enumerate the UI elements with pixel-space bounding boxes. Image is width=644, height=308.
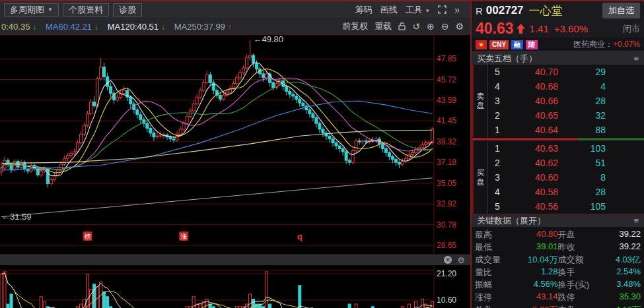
- svg-text:21.20: 21.20: [437, 269, 456, 278]
- chevron-down-icon: ▼: [48, 7, 53, 13]
- volume-chart-svg: 21.2010.60: [0, 265, 470, 308]
- order-book-row[interactable]: 540.7029: [488, 65, 644, 79]
- level: 4: [488, 187, 507, 197]
- reload-button[interactable]: 重载: [375, 20, 392, 32]
- svg-text:涨: 涨: [180, 233, 187, 240]
- diagnose-button[interactable]: 诊股: [113, 3, 142, 16]
- subpane-settings-gear-icon[interactable]: ⚙: [457, 255, 465, 265]
- key-data-label: 成交量: [475, 254, 501, 266]
- period-dropdown[interactable]: 多周期图 ▼: [4, 3, 59, 16]
- volume: 28: [558, 187, 606, 197]
- zoom-out-icon[interactable]: ⊖: [441, 22, 449, 31]
- last-price: 40.63: [476, 20, 514, 38]
- order-book-row[interactable]: 340.6628: [488, 94, 644, 108]
- market-flag: R: [476, 5, 483, 16]
- price: 40.58: [507, 187, 558, 197]
- order-book-row[interactable]: 140.6488: [488, 123, 644, 137]
- volume: 4: [558, 81, 606, 92]
- price: 40.68: [507, 81, 558, 92]
- add-watchlist-button[interactable]: 加自选: [602, 3, 640, 18]
- ma-value-label: MA120:40.51 ↓: [108, 22, 165, 32]
- volume: 88: [558, 125, 606, 135]
- close-subpane-icon[interactable]: ✕: [444, 256, 452, 264]
- order-book-row[interactable]: 340.608: [488, 170, 644, 185]
- key-data-label: 成交额: [558, 254, 584, 266]
- key-data-value: 2.54%: [616, 266, 641, 278]
- order-book-row[interactable]: 140.63103: [488, 141, 644, 156]
- key-data-value: 35.30: [619, 292, 641, 303]
- chips-button[interactable]: 筹码: [355, 4, 373, 16]
- level: 2: [488, 110, 507, 121]
- hamburger-menu-icon[interactable]: ≡: [633, 216, 639, 226]
- tools-dropdown[interactable]: 工具 ▼: [406, 4, 431, 16]
- volume: 51: [558, 158, 606, 168]
- industry-change: +0.07%: [613, 40, 640, 49]
- order-book-row[interactable]: 240.6251: [488, 156, 644, 170]
- buy-side-label: 买盘: [472, 141, 488, 214]
- svg-text:32.92: 32.92: [437, 199, 456, 208]
- draw-button[interactable]: 画线: [380, 4, 398, 16]
- key-data-label: 振幅: [475, 279, 492, 291]
- undo-icon[interactable]: ↺: [412, 22, 420, 31]
- volume: 28: [558, 96, 606, 106]
- hamburger-menu-icon[interactable]: ≡: [633, 53, 639, 63]
- lock-icon[interactable]: [398, 22, 406, 30]
- key-data-label: 最高: [475, 229, 492, 241]
- order-book-row[interactable]: 440.5828: [488, 185, 644, 199]
- order-book-header[interactable]: 买卖五档（手） ≡: [472, 51, 644, 65]
- price-change: 1.41: [530, 23, 549, 34]
- svg-text:10.60: 10.60: [437, 295, 456, 305]
- order-book-row[interactable]: 240.6532: [488, 108, 644, 123]
- price: 40.65: [507, 110, 558, 121]
- fq-mode-button[interactable]: 前复权: [342, 20, 368, 32]
- order-book-row[interactable]: 540.56105: [488, 199, 644, 214]
- pane-divider-bar: ✕ ⚙: [0, 254, 470, 265]
- order-book-row[interactable]: 440.684: [488, 79, 644, 94]
- level: 3: [488, 96, 507, 106]
- key-data-value: 5.02万: [532, 304, 557, 308]
- key-data-header[interactable]: 关键数据（展开） ≡: [472, 214, 644, 227]
- volume: 103: [558, 143, 606, 154]
- key-data-value: 39.01: [536, 241, 558, 253]
- key-data-row: 振幅4.56%换手(实)3.48%: [472, 278, 644, 291]
- price: 40.62: [507, 158, 558, 168]
- key-data-row: 最高40.80开盘39.22: [472, 228, 644, 241]
- volume-pane[interactable]: 21.2010.60: [0, 265, 470, 308]
- level: 3: [488, 172, 507, 183]
- sell-rows: 540.7029440.684340.6628240.6532140.6488: [488, 65, 644, 137]
- price: 40.56: [507, 201, 558, 212]
- stock-title-row: R 002727 一心堂 加自选: [472, 1, 644, 20]
- chevron-down-icon: ▼: [425, 8, 430, 14]
- toolbar-right-group: 筹码 画线 工具 ▼ »: [355, 4, 466, 16]
- quote-panel: R 002727 一心堂 加自选 40.63 1.41 +3.60% 闭市 ★C…: [470, 1, 644, 308]
- zoom-in-icon[interactable]: ⊕: [427, 22, 435, 31]
- svg-text:q: q: [297, 231, 303, 241]
- key-data-label: 外盘: [475, 304, 492, 308]
- buy-book: 买盘 140.63103240.6251340.608440.5828540.5…: [472, 141, 644, 214]
- key-data-value: 10.04万: [528, 254, 558, 266]
- price: 40.66: [507, 96, 558, 106]
- price-up-arrow-icon: [517, 24, 525, 34]
- connect-badge: 陆: [526, 40, 538, 49]
- key-data-label: 开盘: [558, 229, 575, 241]
- settings-gear-icon[interactable]: ⚙: [455, 22, 464, 31]
- industry-link[interactable]: 医药商业：+0.07%: [573, 39, 640, 50]
- price-row: 40.63 1.41 +3.60% 闭市: [472, 20, 644, 38]
- key-data-label: 最低: [475, 241, 492, 253]
- collapse-panel-icon[interactable]: »: [454, 5, 460, 15]
- cny-badge: CNY: [489, 40, 509, 49]
- stock-info-button[interactable]: 个股资料: [63, 3, 109, 16]
- svg-text:45.72: 45.72: [437, 75, 456, 84]
- svg-text:榜: 榜: [85, 233, 91, 240]
- key-data-row: 量比1.28换手2.54%: [472, 266, 644, 278]
- price: 40.60: [507, 172, 558, 183]
- period-dropdown-label: 多周期图: [10, 4, 44, 16]
- price: 40.63: [507, 143, 558, 154]
- volume: 105: [558, 201, 606, 212]
- svg-text:41.45: 41.45: [437, 116, 456, 125]
- level: 4: [488, 81, 507, 92]
- svg-text:35.05: 35.05: [437, 179, 456, 188]
- fullscreen-icon[interactable]: [438, 5, 447, 14]
- svg-text:37.18: 37.18: [437, 158, 456, 167]
- main-chart-pane[interactable]: 47.8545.7243.5941.4539.3237.1835.0532.92…: [0, 35, 470, 254]
